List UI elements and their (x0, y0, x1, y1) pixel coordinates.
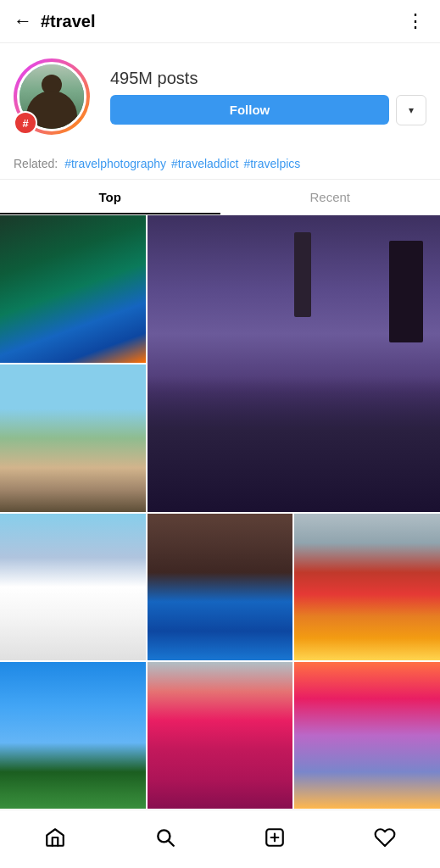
related-tag-travelphotography[interactable]: #travelphotography (64, 157, 166, 170)
nav-home-button[interactable] (38, 821, 72, 854)
photo-cell-bottom-5[interactable] (148, 662, 293, 809)
profile-section: # 495M posts Follow ▾ (0, 43, 440, 148)
header: ← #travel ⋮ (0, 0, 440, 43)
tab-recent[interactable]: Recent (220, 180, 441, 214)
top-photo-section (0, 215, 440, 512)
avatar-wrapper: # (14, 58, 90, 135)
follow-button[interactable]: Follow (110, 95, 389, 125)
page-title: #travel (41, 12, 96, 31)
back-button[interactable]: ← (14, 10, 32, 32)
bottom-nav (0, 810, 440, 868)
photo-cell-bottom-3[interactable] (294, 514, 440, 660)
posts-label: posts (153, 69, 198, 87)
search-icon (154, 826, 176, 849)
posts-count: 495M posts (110, 69, 426, 88)
main-content: # 495M posts Follow ▾ Related: #travelph… (0, 43, 440, 868)
heart-icon (374, 826, 396, 849)
hashtag-badge: # (14, 111, 37, 135)
photo-grid (0, 215, 440, 809)
related-tag-traveladdict[interactable]: #traveladdict (171, 157, 238, 170)
profile-info: 495M posts Follow ▾ (110, 69, 426, 125)
tab-top[interactable]: Top (0, 180, 220, 214)
nav-heart-button[interactable] (368, 821, 402, 854)
svg-line-1 (168, 841, 173, 846)
more-options-button[interactable]: ⋮ (406, 10, 426, 32)
home-icon (44, 826, 66, 849)
header-left: ← #travel (14, 10, 96, 32)
bottom-photo-section (0, 514, 440, 809)
related-section: Related: #travelphotography #traveladdic… (0, 148, 440, 180)
photo-cell-bottom-4[interactable] (0, 662, 146, 809)
photo-cell-top-left-2[interactable] (0, 364, 146, 512)
photo-cell-bottom-1[interactable] (0, 514, 146, 660)
photo-cell-top-right[interactable] (148, 215, 440, 512)
add-icon (264, 826, 286, 849)
related-label: Related: (14, 157, 58, 170)
top-left-column (0, 215, 146, 512)
related-tag-travelpics[interactable]: #travelpics (243, 157, 300, 170)
posts-number: 495M (110, 69, 153, 87)
photo-cell-top-left-1[interactable] (0, 215, 146, 363)
tabs: Top Recent (0, 180, 440, 215)
follow-row: Follow ▾ (110, 95, 426, 125)
photo-cell-bottom-6[interactable] (294, 662, 440, 809)
related-tags: #travelphotography #traveladdict #travel… (64, 157, 300, 170)
nav-search-button[interactable] (148, 821, 182, 854)
photo-cell-bottom-2[interactable] (148, 514, 293, 660)
dropdown-button[interactable]: ▾ (396, 95, 426, 125)
nav-add-button[interactable] (258, 821, 292, 854)
